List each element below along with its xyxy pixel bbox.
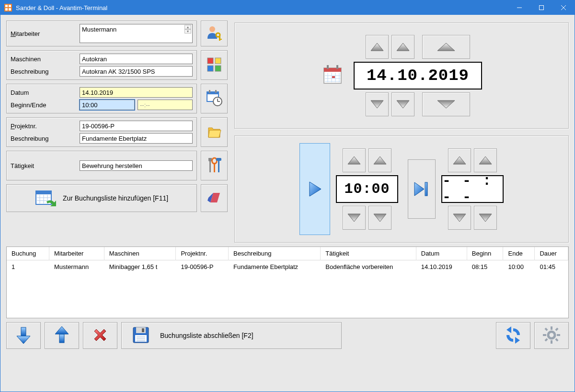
svg-marker-76 bbox=[506, 326, 511, 333]
settings-button[interactable] bbox=[534, 322, 569, 349]
table-header[interactable]: Mitarbeiter bbox=[49, 247, 104, 260]
maximize-button[interactable] bbox=[530, 0, 552, 15]
date-month-up-button[interactable] bbox=[391, 35, 414, 59]
table-header[interactable]: Buchung bbox=[7, 247, 49, 260]
add-to-list-button[interactable]: Zur Buchungsliste hinzufügen [F11] bbox=[6, 184, 197, 212]
color-grid-icon bbox=[207, 57, 222, 74]
calendar-clock-icon bbox=[205, 89, 223, 109]
refresh-button[interactable] bbox=[496, 322, 530, 349]
svg-rect-79 bbox=[551, 326, 552, 330]
end-time-button[interactable] bbox=[408, 159, 436, 219]
machine-picker-button[interactable] bbox=[201, 50, 228, 80]
svg-marker-59 bbox=[414, 182, 424, 196]
machine-panel: Maschinen Autokran Beschreibung Autokran… bbox=[6, 50, 197, 80]
employee-combo[interactable]: Mustermann ▴▾ bbox=[80, 24, 193, 43]
activity-panel: Tätigkeit Bewehrung herstellen bbox=[6, 151, 197, 180]
end-hour-up-button[interactable] bbox=[448, 148, 471, 172]
project-picker-button[interactable] bbox=[201, 117, 228, 147]
table-header[interactable]: Tätigkeit bbox=[321, 247, 416, 260]
svg-rect-83 bbox=[544, 327, 548, 331]
finish-list-button[interactable]: Buchungsliste abschließen [F2] bbox=[121, 322, 342, 349]
start-time-display: 10:00 bbox=[336, 175, 398, 203]
date-year-down-button[interactable] bbox=[422, 92, 470, 116]
date-year-up-button[interactable] bbox=[422, 35, 470, 59]
svg-rect-13 bbox=[207, 58, 213, 64]
start-time-button[interactable] bbox=[299, 143, 330, 235]
date-day-down-button[interactable] bbox=[366, 92, 389, 116]
svg-marker-55 bbox=[348, 157, 360, 164]
activity-picker-button[interactable] bbox=[201, 151, 228, 180]
gear-icon bbox=[542, 325, 561, 346]
calendar-add-icon bbox=[35, 188, 56, 209]
calendar-icon bbox=[321, 63, 345, 89]
table-cell: 08:15 bbox=[467, 260, 503, 274]
table-header[interactable]: Datum bbox=[416, 247, 467, 260]
svg-rect-15 bbox=[207, 66, 213, 71]
employee-login-button[interactable] bbox=[201, 21, 228, 46]
end-input[interactable]: --:-- bbox=[138, 100, 193, 110]
move-down-button[interactable] bbox=[6, 322, 41, 349]
date-display: 14.10.2019 bbox=[354, 62, 482, 90]
end-hour-down-button[interactable] bbox=[448, 206, 471, 230]
add-to-list-label: Zur Buchungsliste hinzufügen [F11] bbox=[63, 194, 168, 202]
combo-spinner[interactable]: ▴▾ bbox=[184, 25, 191, 34]
svg-rect-60 bbox=[425, 182, 427, 196]
table-cell: 14.10.2019 bbox=[416, 260, 467, 274]
machine-descr-input[interactable]: Autokran AK 32/1500 SPS bbox=[80, 66, 193, 77]
svg-marker-63 bbox=[453, 214, 466, 222]
end-min-down-button[interactable] bbox=[474, 206, 497, 230]
begin-input[interactable]: 10:00 bbox=[80, 100, 135, 110]
svg-rect-18 bbox=[207, 92, 218, 94]
table-header[interactable]: Maschinen bbox=[104, 247, 176, 260]
machine-input[interactable]: Autokran bbox=[80, 54, 193, 64]
svg-rect-4 bbox=[9, 8, 11, 11]
table-row[interactable]: 1MustermannMinibagger 1,65 t19-00596-PFu… bbox=[7, 260, 568, 274]
date-control-group: 14.10.2019 bbox=[234, 22, 569, 129]
svg-marker-57 bbox=[348, 214, 360, 222]
end-time-display: - - : - - bbox=[441, 175, 504, 203]
booking-table[interactable]: BuchungMitarbeiterMaschinenProjektnr.Bes… bbox=[6, 246, 569, 318]
svg-rect-39 bbox=[336, 65, 338, 69]
arrow-down-icon bbox=[15, 325, 32, 346]
finish-list-label: Buchungsliste abschließen [F2] bbox=[160, 332, 253, 339]
svg-rect-20 bbox=[215, 90, 217, 93]
arrow-up-icon bbox=[53, 325, 70, 346]
erase-button[interactable] bbox=[201, 184, 228, 212]
svg-rect-19 bbox=[209, 90, 210, 93]
close-button[interactable] bbox=[552, 0, 575, 15]
svg-rect-65 bbox=[21, 327, 26, 336]
project-number-input[interactable]: 19-00596-P bbox=[80, 121, 193, 131]
svg-point-78 bbox=[548, 332, 555, 338]
start-min-up-button[interactable] bbox=[368, 148, 391, 172]
datetime-picker-button[interactable] bbox=[201, 84, 228, 113]
minimize-button[interactable] bbox=[508, 0, 530, 15]
start-min-down-button[interactable] bbox=[368, 206, 391, 230]
svg-marker-51 bbox=[371, 101, 383, 108]
svg-marker-56 bbox=[374, 157, 386, 164]
tools-icon bbox=[206, 156, 223, 176]
start-hour-down-button[interactable] bbox=[343, 206, 366, 230]
date-input[interactable]: 14.10.2019 bbox=[80, 87, 193, 98]
start-hour-up-button[interactable] bbox=[343, 148, 366, 172]
end-min-up-button[interactable] bbox=[474, 148, 497, 172]
move-up-button[interactable] bbox=[45, 322, 79, 349]
project-descr-input[interactable]: Fundamente Ebertplatz bbox=[80, 133, 193, 144]
svg-rect-80 bbox=[551, 340, 552, 344]
table-cell: Minibagger 1,65 t bbox=[104, 260, 176, 274]
svg-marker-48 bbox=[371, 43, 383, 51]
date-day-up-button[interactable] bbox=[366, 35, 389, 59]
activity-input[interactable]: Bewehrung herstellen bbox=[80, 160, 193, 171]
table-header[interactable]: Beginn bbox=[467, 247, 503, 260]
delete-button[interactable] bbox=[83, 322, 117, 349]
table-header[interactable]: Dauer bbox=[535, 247, 568, 260]
table-header[interactable]: Beschreibung bbox=[228, 247, 320, 260]
svg-rect-37 bbox=[324, 68, 341, 72]
table-cell: 01:45 bbox=[535, 260, 568, 274]
table-header[interactable]: Ende bbox=[503, 247, 535, 260]
svg-marker-77 bbox=[515, 337, 520, 344]
svg-rect-47 bbox=[332, 76, 335, 78]
table-header[interactable]: Projektnr. bbox=[176, 247, 229, 260]
svg-marker-61 bbox=[453, 157, 466, 164]
svg-rect-3 bbox=[5, 8, 8, 11]
date-month-down-button[interactable] bbox=[391, 92, 414, 116]
